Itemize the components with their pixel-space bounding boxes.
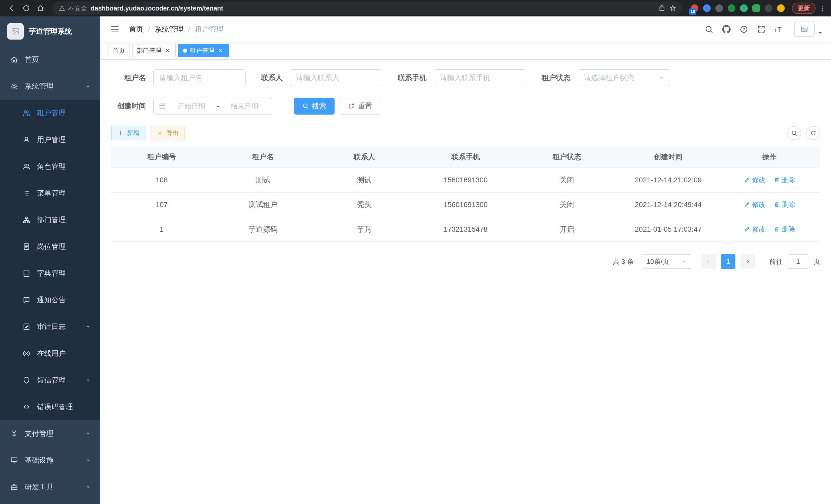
edit-link[interactable]: 修改 — [744, 200, 766, 209]
page-size-select[interactable]: 10条/页 — [642, 254, 691, 269]
cell-name: 芋道源码 — [212, 217, 314, 242]
breadcrumb: 首页/系统管理/租户管理 — [129, 24, 224, 34]
url-text: dashboard.yudao.iocoder.cn/system/tenant — [91, 5, 223, 12]
back-icon[interactable] — [5, 2, 19, 15]
avatar — [794, 22, 814, 37]
breadcrumb-item[interactable]: 系统管理 — [155, 24, 183, 34]
extension-dark-plug-icon[interactable] — [765, 4, 772, 12]
extension-dark-sphere-icon[interactable] — [715, 4, 723, 12]
cell-created: 2021-12-14 20:49:44 — [618, 192, 719, 217]
sidebar-item-label: 系统管理 — [25, 82, 53, 91]
refresh-icon — [348, 103, 354, 110]
date-range-picker[interactable]: 开始日期 - 结束日期 — [153, 98, 273, 115]
svg-text:t: t — [775, 28, 776, 32]
extension-red-icon[interactable]: 10 — [691, 4, 698, 12]
browser-chrome: 不安全 dashboard.yudao.iocoder.cn/system/te… — [0, 0, 831, 17]
extension-green-square-icon[interactable] — [752, 4, 760, 12]
sidebar-item-dict[interactable]: 字典管理 — [0, 260, 100, 287]
sidebar-item-user[interactable]: 用户管理 — [0, 126, 100, 153]
reset-button[interactable]: 重置 — [340, 98, 380, 115]
sidebar-item-tenant[interactable]: 租户管理 — [0, 100, 100, 126]
search-icon[interactable] — [705, 25, 713, 34]
sidebar-item-system[interactable]: 系统管理 — [0, 73, 100, 100]
tab-tenant[interactable]: 租户管理× — [178, 44, 229, 57]
refresh-table-button[interactable] — [806, 126, 820, 140]
delete-link[interactable]: 删除 — [774, 175, 795, 184]
logo-link[interactable]: 芋道管理系统 — [0, 17, 100, 46]
security-chip[interactable]: 不安全 — [59, 4, 87, 12]
page-1-button[interactable]: 1 — [721, 254, 736, 269]
sidebar-item-error-code[interactable]: 错误码管理 — [0, 393, 100, 420]
sidebar-item-menu[interactable]: 菜单管理 — [0, 180, 100, 207]
sidebar-item-dept[interactable]: 部门管理 — [0, 207, 100, 233]
toggle-search-button[interactable] — [787, 126, 801, 140]
browser-menu-icon[interactable] — [819, 5, 826, 12]
sidebar-item-notice[interactable]: 通知公告 — [0, 287, 100, 314]
sidebar-item-label: 在线用户 — [37, 349, 66, 358]
sidebar-item-label: 岗位管理 — [37, 242, 66, 251]
active-dot — [183, 49, 187, 53]
sidebar-item-label: 通知公告 — [37, 295, 66, 305]
sidebar-item-role[interactable]: 角色管理 — [0, 153, 100, 180]
goto-page-input[interactable] — [788, 254, 808, 269]
extension-green-circle-icon[interactable] — [740, 4, 748, 12]
trash-icon — [774, 177, 780, 183]
sidebar-item-label: 用户管理 — [37, 135, 66, 145]
extension-blue-icon[interactable] — [703, 4, 711, 12]
fullscreen-icon[interactable] — [757, 25, 766, 34]
delete-link[interactable]: 删除 — [774, 200, 795, 209]
chevron-down-icon — [85, 324, 91, 330]
browser-home-icon[interactable] — [34, 2, 47, 15]
help-icon[interactable]: ? — [740, 25, 748, 34]
delete-link[interactable]: 删除 — [774, 225, 795, 234]
cell-name: 测试 — [212, 168, 314, 192]
user-avatar-dropdown[interactable] — [794, 22, 823, 37]
profile-avatar[interactable] — [777, 4, 785, 12]
bookmark-star-icon[interactable] — [669, 5, 676, 12]
phone-input[interactable] — [434, 69, 526, 86]
sidebar-item-devtools[interactable]: 研发工具 — [0, 474, 100, 500]
next-page-button[interactable] — [741, 254, 755, 269]
edit-link[interactable]: 修改 — [744, 225, 766, 234]
extension-dark-green-icon[interactable] — [728, 4, 736, 12]
github-icon[interactable] — [722, 25, 731, 34]
prev-page-button[interactable] — [701, 254, 716, 269]
home-icon — [10, 56, 18, 63]
browser-update-button[interactable]: 更新 — [792, 3, 815, 14]
edit-link[interactable]: 修改 — [744, 175, 766, 184]
add-button[interactable]: 新增 — [111, 126, 145, 140]
goto-label: 前往 — [769, 257, 783, 266]
share-icon[interactable] — [658, 5, 665, 12]
tab-label: 部门管理 — [137, 47, 161, 55]
status-select[interactable]: 请选择租户状态 — [578, 69, 670, 86]
sidebar-item-infrastructure[interactable]: 基础设施 — [0, 447, 100, 474]
address-bar[interactable]: 不安全 dashboard.yudao.iocoder.cn/system/te… — [52, 2, 683, 15]
breadcrumb-item[interactable]: 首页 — [129, 24, 143, 34]
sidebar-item-label: 字典管理 — [37, 268, 66, 278]
contact-input[interactable] — [290, 69, 382, 86]
tab-home[interactable]: 首页 — [108, 44, 130, 57]
font-size-icon[interactable]: tT — [774, 25, 783, 34]
close-icon[interactable]: × — [164, 47, 171, 54]
hamburger-icon[interactable] — [108, 24, 122, 34]
sidebar-menu: 首页系统管理租户管理用户管理角色管理菜单管理部门管理岗位管理字典管理通知公告审计… — [0, 46, 100, 500]
sidebar-item-audit-log[interactable]: 审计日志 — [0, 314, 100, 340]
sidebar-item-home[interactable]: 首页 — [0, 46, 100, 73]
chevron-down-icon — [817, 30, 823, 37]
extensions-row: 10 — [691, 4, 785, 12]
tenant-name-input[interactable] — [153, 69, 246, 86]
download-icon — [157, 130, 164, 137]
sidebar-item-post[interactable]: 岗位管理 — [0, 233, 100, 260]
trash-icon — [774, 201, 780, 208]
sidebar-item-payment[interactable]: 支付管理 — [0, 420, 100, 447]
reload-icon[interactable] — [20, 2, 33, 15]
tab-dept[interactable]: 部门管理× — [132, 44, 176, 57]
export-button[interactable]: 导出 — [150, 126, 185, 140]
sidebar-item-online-user[interactable]: 在线用户 — [0, 340, 100, 367]
close-icon[interactable]: × — [217, 47, 224, 54]
end-date-placeholder: 结束日期 — [222, 101, 267, 111]
search-button[interactable]: 搜索 — [294, 98, 335, 115]
svg-text:?: ? — [743, 27, 745, 32]
filter-row-2: 创建时间 开始日期 - 结束日期 搜索 重置 — [111, 98, 820, 115]
sidebar-item-sms[interactable]: 短信管理 — [0, 367, 100, 393]
